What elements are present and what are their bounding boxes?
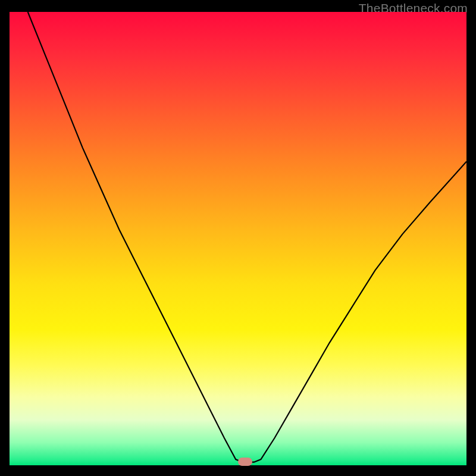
min-marker <box>238 458 252 466</box>
curve-svg <box>10 12 466 465</box>
bottleneck-curve <box>28 12 466 462</box>
plot-area <box>10 12 466 465</box>
chart-frame: TheBottleneck.com <box>0 0 476 476</box>
